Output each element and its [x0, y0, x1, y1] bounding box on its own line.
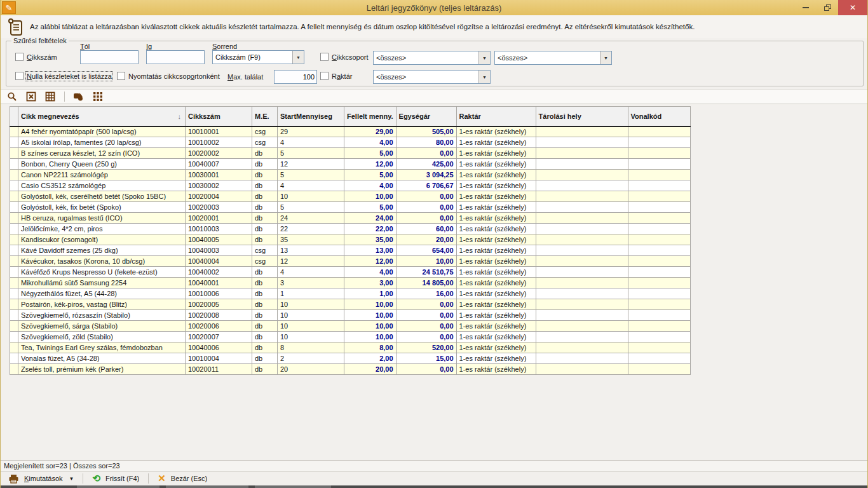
- cell-found[interactable]: 1,00: [344, 288, 397, 299]
- table-row[interactable]: Jelölőcímke, 4*2 cm, piros10010003db2222…: [10, 224, 691, 234]
- cell-name: Jelölőcímke, 4*2 cm, piros: [18, 224, 186, 234]
- cell-found[interactable]: 5,00: [344, 170, 397, 180]
- column-header-me[interactable]: M.E.: [252, 107, 278, 126]
- cell-found[interactable]: 12,00: [344, 159, 397, 170]
- cell-found[interactable]: 3,00: [344, 278, 397, 288]
- raktar-select[interactable]: <összes> ▼: [373, 70, 491, 84]
- table-row[interactable]: HB ceruza, rugalmas testű (ICO)10020001d…: [10, 213, 691, 224]
- cell-code: 10010004: [186, 353, 252, 364]
- table-row[interactable]: Casio CS3512 számológép10030002db44,006 …: [10, 180, 691, 191]
- cell-barcode: [628, 278, 690, 288]
- cell-barcode: [628, 364, 690, 375]
- cell-found[interactable]: 20,00: [344, 364, 397, 375]
- close-button[interactable]: ✕: [838, 0, 867, 15]
- column-header-cikkszam[interactable]: Cikkszám: [186, 107, 252, 126]
- cell-found[interactable]: 24,00: [344, 213, 397, 224]
- cell-found[interactable]: 35,00: [344, 234, 397, 245]
- chevron-down-icon: ▼: [69, 476, 74, 482]
- cikkcsoport-checkbox[interactable]: Cikkcsoport: [320, 53, 368, 61]
- table-row[interactable]: Kávécukor, tasakos (Korona, 10 db/csg)10…: [10, 256, 691, 267]
- nyomtatas-checkbox[interactable]: Nyomtatás cikkcsoportonként: [117, 72, 220, 80]
- table-row[interactable]: B színes ceruza készlet, 12 szín (ICO)10…: [10, 148, 691, 159]
- table-row[interactable]: Golyóstoll, kék, cserélhető betét (Spoko…: [10, 191, 691, 202]
- table-row[interactable]: Kávéfőző Krups Nespresso U (fekete-ezüst…: [10, 267, 691, 278]
- bezar-button[interactable]: ✕ Bezár (Esc): [154, 472, 211, 485]
- cell-warehouse: 1-es raktár (székhely): [456, 126, 536, 137]
- cell-warehouse: 1-es raktár (székhely): [456, 170, 536, 180]
- table-row[interactable]: Szövegkiemelő, rózsaszín (Stabilo)100200…: [10, 310, 691, 321]
- info-text: Az alábbi táblázat a leltárazásban kivál…: [30, 23, 695, 30]
- raktar-checkbox[interactable]: Raktár: [320, 72, 352, 80]
- column-header-egysegar[interactable]: Egységár: [396, 107, 456, 126]
- cell-start: 13: [278, 245, 344, 256]
- column-header-cikk-megnevezes[interactable]: Cikk megnevezés ↓: [18, 107, 186, 126]
- cell-warehouse: 1-es raktár (székhely): [456, 234, 536, 245]
- cell-name: Canon NP2211 számológép: [18, 170, 186, 180]
- search-button[interactable]: [6, 90, 18, 103]
- table-row[interactable]: Tea, Twinings Earl Grey szálas, fémdoboz…: [10, 342, 691, 353]
- cell-found[interactable]: 8,00: [344, 342, 397, 353]
- column-header-fellelt-menny[interactable]: Fellelt menny.: [344, 107, 397, 126]
- table-row[interactable]: Négyzethálós füzet, A5 (44-28)10010006db…: [10, 288, 691, 299]
- dots-grid-button[interactable]: [92, 90, 104, 103]
- column-header-startmennyiseg[interactable]: StartMennyiseg: [278, 107, 344, 126]
- table-row[interactable]: A5 iskolai írólap, famentes (20 lap/csg)…: [10, 137, 691, 148]
- max-talalat-input[interactable]: [274, 70, 317, 84]
- cell-found[interactable]: 5,00: [344, 148, 397, 159]
- table-grid-button[interactable]: [44, 90, 57, 103]
- cell-storage: [536, 202, 628, 213]
- restore-button[interactable]: [817, 0, 838, 15]
- nulla-keszlet-checkbox[interactable]: Nulla készleteket is listázza: [15, 72, 112, 80]
- cell-name: A4 fehér nyomtatópapír (500 lap/csg): [18, 126, 186, 137]
- excel-export-button[interactable]: [25, 90, 37, 103]
- table-row[interactable]: Mikrohullámú sütő Samsung 225410040001db…: [10, 278, 691, 288]
- cikkcsoport2-select[interactable]: <összes> ▼: [494, 51, 612, 65]
- table-row[interactable]: Vonalas füzet, A5 (34-28)10010004db22,00…: [10, 353, 691, 364]
- kimutatasok-button[interactable]: Kimutatások ▼: [4, 472, 78, 485]
- cell-found[interactable]: 10,00: [344, 191, 397, 202]
- cell-unit: db: [252, 342, 278, 353]
- cell-found[interactable]: 10,00: [344, 310, 397, 321]
- cell-found[interactable]: 10,00: [344, 321, 397, 332]
- cell-found[interactable]: 10,00: [344, 299, 397, 310]
- table-row[interactable]: A4 fehér nyomtatópapír (500 lap/csg)1001…: [10, 126, 691, 137]
- column-header-raktar[interactable]: Raktár: [456, 107, 536, 126]
- frissit-button[interactable]: ⟲ Frissít (F4): [88, 472, 143, 485]
- cell-found[interactable]: 10,00: [344, 332, 397, 342]
- ig-input[interactable]: [146, 50, 205, 64]
- cell-code: 10010006: [186, 288, 252, 299]
- footer-separator: [83, 473, 83, 484]
- shapes-button[interactable]: [72, 90, 85, 103]
- cell-found[interactable]: 12,00: [344, 256, 397, 267]
- cikkcsoport2-value: <összes>: [495, 54, 600, 62]
- table-row[interactable]: Postairón, kék-piros, vastag (Blitz)1002…: [10, 299, 691, 310]
- table-row[interactable]: Kávé Davidoff szemes (25 dkg)10040003csg…: [10, 245, 691, 256]
- column-header-vonalkod[interactable]: Vonalkód: [628, 107, 690, 126]
- table-row[interactable]: Kandiscukor (csomagolt)10040005db3535,00…: [10, 234, 691, 245]
- table-row[interactable]: Bonbon, Cherry Queen (250 g)10040007db12…: [10, 159, 691, 170]
- cell-storage: [536, 332, 628, 342]
- table-row[interactable]: Golyóstoll, kék, fix betét (Spoko)100200…: [10, 202, 691, 213]
- column-header-tarolasi-hely[interactable]: Tárolási hely: [536, 107, 628, 126]
- minimize-button[interactable]: [795, 0, 817, 15]
- cell-found[interactable]: 13,00: [344, 245, 397, 256]
- row-selector-cell: [10, 191, 18, 202]
- row-selector-cell: [10, 256, 18, 267]
- table-row[interactable]: Szövegkiemelő, zöld (Stabilo)10020007db1…: [10, 332, 691, 342]
- table-row[interactable]: Canon NP2211 számológép10030001db55,003 …: [10, 170, 691, 180]
- cell-found[interactable]: 2,00: [344, 353, 397, 364]
- sorrend-select[interactable]: Cikkszám (F9) ▼: [212, 50, 304, 64]
- cell-found[interactable]: 4,00: [344, 137, 397, 148]
- cell-found[interactable]: 5,00: [344, 202, 397, 213]
- table-row[interactable]: Zselés toll, prémium kék (Parker)1002001…: [10, 364, 691, 375]
- tol-input[interactable]: [80, 50, 139, 64]
- cell-found[interactable]: 22,00: [344, 224, 397, 234]
- cikkszam-checkbox[interactable]: Cikkszám: [15, 53, 57, 61]
- cell-start: 29: [278, 126, 344, 137]
- table-row[interactable]: Szövegkiemelő, sárga (Stabilo)10020006db…: [10, 321, 691, 332]
- cell-found[interactable]: 4,00: [344, 180, 397, 191]
- cikkcsoport-select[interactable]: <összes> ▼: [373, 51, 491, 65]
- cell-start: 12: [278, 256, 344, 267]
- cell-found[interactable]: 4,00: [344, 267, 397, 278]
- cell-found[interactable]: 29,00: [344, 126, 397, 137]
